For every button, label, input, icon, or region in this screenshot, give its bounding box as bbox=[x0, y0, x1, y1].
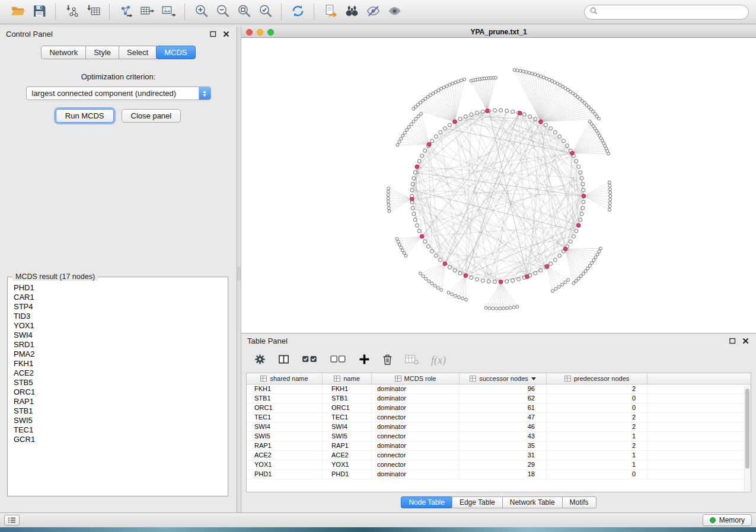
table-row[interactable]: SWI4SWI4dominator462 bbox=[247, 422, 751, 432]
floppy-icon bbox=[32, 4, 47, 21]
refresh-button[interactable] bbox=[287, 2, 308, 21]
table-row[interactable]: ORC1ORC1dominator610 bbox=[247, 403, 751, 413]
mcds-result-node[interactable]: STB1 bbox=[14, 406, 225, 416]
tab-edge-table[interactable]: Edge Table bbox=[452, 496, 503, 508]
memory-button[interactable]: Memory bbox=[703, 514, 752, 526]
table-settings-button[interactable] bbox=[254, 354, 266, 367]
zoom-selected-icon bbox=[258, 4, 273, 21]
close-table-panel-button[interactable] bbox=[741, 336, 750, 345]
tab-select[interactable]: Select bbox=[119, 46, 157, 59]
share-document-button[interactable] bbox=[320, 2, 341, 21]
mcds-result-node[interactable]: STB5 bbox=[14, 378, 225, 387]
table-scrollbar[interactable] bbox=[744, 386, 750, 491]
optimization-criterion-label: Optimization criterion: bbox=[0, 72, 237, 81]
column-header-successor-nodes[interactable]: successor nodes bbox=[460, 373, 547, 384]
function-builder-button[interactable]: f(x) bbox=[431, 354, 446, 367]
delete-table-button[interactable] bbox=[405, 354, 419, 367]
network-window-titlebar[interactable]: YPA_prune.txt_1 bbox=[241, 27, 756, 38]
table-body: FKH1FKH1dominator962STB1STB1dominator620… bbox=[247, 384, 751, 479]
zoom-out-button[interactable] bbox=[212, 2, 233, 21]
select-all-columns-button[interactable] bbox=[302, 354, 318, 367]
zoom-selected-button[interactable] bbox=[254, 2, 276, 21]
show-details-button[interactable] bbox=[384, 2, 405, 21]
table-cell-filler bbox=[647, 384, 751, 393]
mcds-result-list[interactable]: PHD1CAR1STP4TID3YOX1SWI4SRD1PMA2FKH1ACE2… bbox=[14, 283, 225, 493]
mcds-result-node[interactable]: ORC1 bbox=[14, 387, 225, 397]
mcds-result-node[interactable]: YOX1 bbox=[14, 321, 225, 331]
delete-column-button[interactable] bbox=[382, 354, 393, 367]
table-row[interactable]: ACE2ACE2connector311 bbox=[247, 451, 751, 460]
tab-mcds[interactable]: MCDS bbox=[156, 46, 195, 59]
zoom-fit-button[interactable] bbox=[233, 2, 254, 21]
table-row[interactable]: TEC1TEC1connector472 bbox=[247, 413, 751, 422]
delete-table-icon bbox=[405, 354, 419, 367]
mcds-result-node[interactable]: RAP1 bbox=[14, 397, 225, 406]
hide-details-button[interactable] bbox=[362, 2, 384, 21]
panel-menu-button[interactable] bbox=[4, 515, 20, 525]
column-header-shared-name[interactable]: shared name bbox=[247, 373, 323, 384]
sort-chevron-icon[interactable] bbox=[531, 377, 536, 383]
zoom-in-button[interactable] bbox=[190, 2, 212, 21]
search-input[interactable] bbox=[601, 8, 743, 16]
mcds-result-node[interactable]: SWI5 bbox=[14, 416, 225, 425]
table-row[interactable]: RAP1RAP1dominator352 bbox=[247, 441, 751, 451]
export-network-button[interactable] bbox=[115, 2, 136, 21]
mcds-result-node[interactable]: TEC1 bbox=[14, 425, 225, 435]
mcds-result-node[interactable]: PMA2 bbox=[14, 350, 225, 359]
close-panel-button[interactable]: Close panel bbox=[122, 109, 181, 123]
float-panel-button[interactable] bbox=[208, 30, 218, 39]
tab-network-table[interactable]: Network Table bbox=[502, 496, 563, 508]
search-network-button[interactable] bbox=[341, 2, 362, 21]
unselect-all-columns-button[interactable] bbox=[330, 354, 346, 367]
control-panel-title: Control Panel bbox=[6, 30, 53, 39]
table-row[interactable]: YOX1YOX1connector291 bbox=[247, 460, 751, 470]
table-cell-filler bbox=[647, 460, 751, 469]
table-cell: 29 bbox=[460, 460, 547, 469]
table-cell: RAP1 bbox=[247, 441, 323, 450]
column-header-name[interactable]: name bbox=[323, 373, 372, 384]
network-canvas-svg[interactable] bbox=[241, 38, 756, 333]
search-field[interactable] bbox=[584, 5, 749, 20]
table-cell: ORC1 bbox=[247, 403, 323, 412]
mcds-result-node[interactable]: GCR1 bbox=[14, 435, 225, 444]
show-columns-button[interactable] bbox=[278, 354, 289, 367]
column-header-MCDS-role[interactable]: MCDS role bbox=[372, 373, 460, 384]
mcds-result-node[interactable]: SWI4 bbox=[14, 331, 225, 340]
open-folder-icon bbox=[11, 4, 25, 21]
network-view-canvas[interactable] bbox=[241, 38, 756, 333]
table-row[interactable]: SWI5SWI5connector431 bbox=[247, 432, 751, 441]
table-row[interactable]: FKH1FKH1dominator962 bbox=[247, 384, 751, 394]
mcds-result-node[interactable]: ACE2 bbox=[14, 368, 225, 378]
mcds-result-node[interactable]: SRD1 bbox=[14, 340, 225, 350]
tab-network[interactable]: Network bbox=[41, 46, 86, 59]
mcds-result-node[interactable]: FKH1 bbox=[14, 359, 225, 368]
tab-motifs[interactable]: Motifs bbox=[562, 496, 596, 508]
export-table-button[interactable] bbox=[136, 2, 158, 21]
open-file-button[interactable] bbox=[7, 2, 28, 21]
table-cell: FKH1 bbox=[247, 384, 323, 393]
mcds-result-node[interactable]: CAR1 bbox=[14, 293, 225, 302]
tab-style[interactable]: Style bbox=[85, 46, 119, 59]
table-cell: 62 bbox=[460, 394, 547, 403]
import-network-button[interactable] bbox=[61, 2, 82, 21]
mcds-result-node[interactable]: STP4 bbox=[14, 302, 225, 312]
column-header-predecessor-nodes[interactable]: predecessor nodes bbox=[547, 373, 647, 384]
table-tabs: Node TableEdge TableNetwork TableMotifs bbox=[241, 496, 756, 508]
mcds-result-node[interactable]: TID3 bbox=[14, 312, 225, 321]
export-image-button[interactable] bbox=[158, 2, 179, 21]
tab-node-table[interactable]: Node Table bbox=[401, 496, 452, 508]
float-table-panel-button[interactable] bbox=[728, 336, 737, 345]
table-cell: SWI5 bbox=[323, 432, 372, 441]
run-mcds-button[interactable]: Run MCDS bbox=[56, 109, 114, 123]
mcds-result-node[interactable]: PHD1 bbox=[14, 283, 225, 293]
close-panel-icon-button[interactable] bbox=[221, 30, 231, 39]
table-row[interactable]: PHD1PHD1dominator180 bbox=[247, 470, 751, 479]
save-button[interactable] bbox=[28, 2, 50, 21]
table-row[interactable]: STB1STB1dominator620 bbox=[247, 394, 751, 403]
import-table-button[interactable] bbox=[82, 2, 104, 21]
memory-label: Memory bbox=[719, 516, 745, 524]
table-scrollbar-thumb[interactable] bbox=[745, 389, 749, 469]
network-nodes[interactable] bbox=[387, 69, 612, 310]
criterion-dropdown[interactable]: largest connected component (undirected) bbox=[26, 86, 211, 100]
create-column-button[interactable] bbox=[359, 354, 370, 367]
